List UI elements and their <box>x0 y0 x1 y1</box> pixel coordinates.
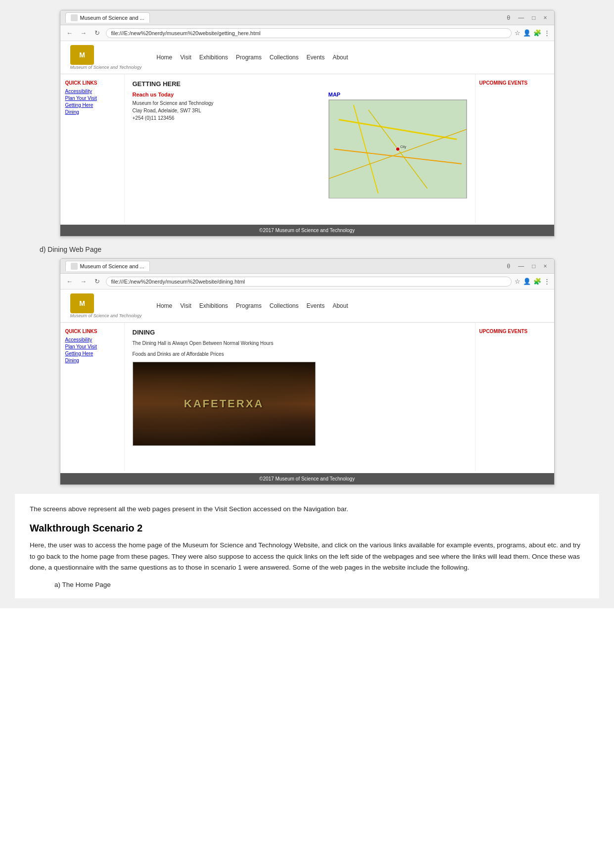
nav-collections-1[interactable]: Collections <box>270 54 299 61</box>
win-max-1[interactable]: □ <box>530 14 537 21</box>
sidebar-link-accessibility-1[interactable]: Accessibility <box>65 89 119 94</box>
nav-exhibitions-2[interactable]: Exhibitions <box>199 302 228 309</box>
win-close-2[interactable]: × <box>541 263 549 270</box>
museum-main-1: GETTING HERE Reach us Today Museum for S… <box>125 74 475 223</box>
sidebar-title-1: QUICK LINKS <box>65 80 119 86</box>
dining-overlay-text: KAFETERXA <box>184 397 264 410</box>
tab-icon-1 <box>71 14 78 21</box>
menu-icon-1[interactable]: ⋮ <box>544 29 550 37</box>
sidebar-link-plan-2[interactable]: Plan Your Visit <box>65 344 119 349</box>
nav-about-1[interactable]: About <box>332 54 348 61</box>
main-text-section: The screens above represent all the web … <box>15 494 599 598</box>
nav-home-2[interactable]: Home <box>156 302 172 309</box>
map-area-1: Reach us Today Museum for Science and Te… <box>133 92 467 198</box>
address-1: Museum for Science and Technology Clay R… <box>133 99 319 122</box>
forward-btn-2[interactable]: → <box>78 276 89 287</box>
sidebar-link-dining-1[interactable]: Dining <box>65 109 119 115</box>
browser-titlebar-2: Museum of Science and ... θ — □ × <box>60 259 554 274</box>
profile-icon-1[interactable]: 👤 <box>523 29 531 37</box>
win-max-2[interactable]: □ <box>530 263 537 270</box>
star-icon-1[interactable]: ☆ <box>515 29 520 37</box>
nav-home-1[interactable]: Home <box>156 54 172 61</box>
extensions-icon-1[interactable]: 🧩 <box>533 29 541 37</box>
museum-logo-text-1: Museum of Science and Technology <box>70 65 142 70</box>
museum-logo-2: M <box>70 293 94 313</box>
address-line1: Museum for Science and Technology <box>133 100 214 106</box>
win-min-2[interactable]: — <box>516 263 526 270</box>
museum-nav-links-2: Home Visit Exhibitions Programs Collecti… <box>156 302 348 309</box>
museum-right-2: UPCOMING EVENTS <box>475 323 554 471</box>
museum-right-1: UPCOMING EVENTS <box>475 74 554 223</box>
museum-sidebar-1: QUICK LINKS Accessibility Plan Your Visi… <box>60 74 125 223</box>
main-title-2: DINING <box>133 329 467 336</box>
refresh-btn-2[interactable]: ↻ <box>92 276 103 287</box>
svg-text:M: M <box>79 51 85 59</box>
refresh-btn-1[interactable]: ↻ <box>92 28 103 39</box>
main-title-1: GETTING HERE <box>133 80 467 88</box>
address-line3: +254 (0)11 123456 <box>133 115 175 121</box>
map-info-1: Reach us Today Museum for Science and Te… <box>133 92 319 198</box>
dining-desc-2: Foods and Drinks are of Affordable Price… <box>133 351 467 358</box>
browser-window-1: Museum of Science and ... θ — □ × ← → ↻ … <box>60 10 555 237</box>
forward-btn-1[interactable]: → <box>78 28 89 39</box>
svg-text:City: City <box>400 145 406 149</box>
nav-visit-1[interactable]: Visit <box>180 54 191 61</box>
win-theta-2[interactable]: θ <box>505 263 513 270</box>
browser-titlebar-1: Museum of Science and ... θ — □ × <box>60 10 554 25</box>
url-bar-2[interactable]: file:///E:/new%20nerdy/museum%20website/… <box>106 277 512 287</box>
sidebar-link-getting-2[interactable]: Getting Here <box>65 351 119 356</box>
win-min-1[interactable]: — <box>516 14 526 21</box>
nav-events-1[interactable]: Events <box>306 54 325 61</box>
win-close-1[interactable]: × <box>541 14 549 21</box>
outer-page: Museum of Science and ... θ — □ × ← → ↻ … <box>0 0 614 608</box>
walkthrough-heading: Walkthrough Scenario 2 <box>30 523 584 534</box>
nav-programs-1[interactable]: Programs <box>236 54 262 61</box>
sidebar-title-2: QUICK LINKS <box>65 329 119 334</box>
sidebar-link-plan-1[interactable]: Plan Your Visit <box>65 96 119 101</box>
museum-main-2: DINING The Dining Hall is Always Open Be… <box>125 323 475 471</box>
back-btn-2[interactable]: ← <box>64 276 75 287</box>
tab-label-1: Museum of Science and ... <box>80 15 144 21</box>
address-line2: Clay Road, Adelaide, SW7 3RL <box>133 108 201 113</box>
nav-about-2[interactable]: About <box>332 302 348 309</box>
nav-programs-2[interactable]: Programs <box>236 302 262 309</box>
win-controls-2: θ — □ × <box>505 263 549 270</box>
museum-site-1: M Museum of Science and Technology Home … <box>60 41 554 236</box>
star-icon-2[interactable]: ☆ <box>515 278 520 285</box>
sidebar-link-accessibility-2[interactable]: Accessibility <box>65 337 119 342</box>
map-svg-1: City <box>329 100 467 198</box>
browser-icons-right-1: ☆ 👤 🧩 ⋮ <box>515 29 550 37</box>
nav-events-2[interactable]: Events <box>306 302 325 309</box>
back-btn-1[interactable]: ← <box>64 28 75 39</box>
map-image-1: City <box>329 99 467 198</box>
browser-tab-2[interactable]: Museum of Science and ... <box>65 261 150 271</box>
nav-collections-2[interactable]: Collections <box>270 302 299 309</box>
profile-icon-2[interactable]: 👤 <box>523 278 531 285</box>
win-theta-1[interactable]: θ <box>505 14 513 21</box>
sidebar-link-dining-2[interactable]: Dining <box>65 358 119 363</box>
nav-exhibitions-1[interactable]: Exhibitions <box>199 54 228 61</box>
museum-nav-1: M Museum of Science and Technology Home … <box>60 41 554 74</box>
extensions-icon-2[interactable]: 🧩 <box>533 278 541 285</box>
tab-label-2: Museum of Science and ... <box>80 263 144 269</box>
museum-site-2: M Museum of Science and Technology Home … <box>60 289 554 484</box>
body-text-2: Here, the user was to access the home pa… <box>30 540 584 573</box>
reach-today-1: Reach us Today <box>133 92 319 97</box>
museum-footer-1: ©2017 Museum of Science and Technology <box>60 225 554 236</box>
logo-group-2: M Museum of Science and Technology <box>70 293 142 318</box>
dining-desc-1: The Dining Hall is Always Open Between N… <box>133 340 467 347</box>
museum-logo-text-2: Museum of Science and Technology <box>70 313 142 318</box>
logo-group-1: M Museum of Science and Technology <box>70 45 142 70</box>
browser-icons-right-2: ☆ 👤 🧩 ⋮ <box>515 278 550 285</box>
menu-icon-2[interactable]: ⋮ <box>544 278 550 285</box>
museum-sidebar-2: QUICK LINKS Accessibility Plan Your Visi… <box>60 323 125 471</box>
url-bar-1[interactable]: file:///E:/new%20nerdy/museum%20website/… <box>106 28 512 38</box>
upcoming-title-2: UPCOMING EVENTS <box>479 329 550 334</box>
section-a-label: a) The Home Page <box>54 581 584 588</box>
sidebar-link-getting-1[interactable]: Getting Here <box>65 102 119 108</box>
browser-tab-1[interactable]: Museum of Science and ... <box>65 12 150 23</box>
map-label-1: MAP <box>329 92 467 97</box>
museum-body-2: QUICK LINKS Accessibility Plan Your Visi… <box>60 323 554 471</box>
museum-nav-2: M Museum of Science and Technology Home … <box>60 289 554 323</box>
nav-visit-2[interactable]: Visit <box>180 302 191 309</box>
